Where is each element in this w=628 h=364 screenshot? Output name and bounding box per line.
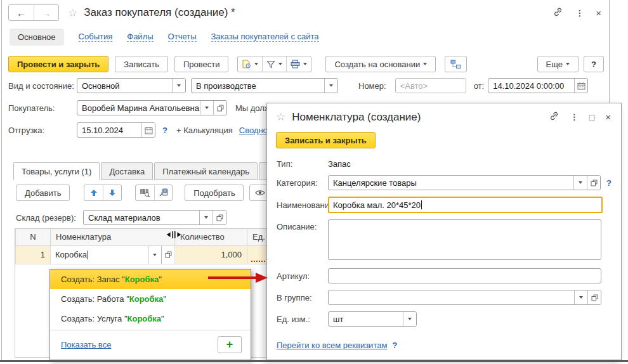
row-number-cell[interactable]: 1 (16, 245, 51, 264)
post-button[interactable]: Провести (174, 56, 229, 72)
show-all-link[interactable]: Показать все (61, 340, 111, 349)
order-state-select[interactable]: В производстве (191, 78, 338, 93)
menu-item-text: " (163, 294, 166, 304)
caret-down-icon (205, 107, 209, 109)
move-down-button[interactable] (103, 185, 121, 200)
calculation-toggle[interactable]: + Калькуляция (176, 126, 233, 135)
caret-down-icon (254, 63, 258, 65)
svodno-link-fragment[interactable]: Сводно (239, 126, 268, 135)
popup-title: Номенклатура (создание) (292, 111, 421, 124)
filter-button[interactable] (262, 56, 286, 72)
save-and-close-button[interactable]: Записать и закрыть (276, 132, 376, 148)
tab-otchety[interactable]: Отчеты (168, 32, 197, 42)
funnel-icon (266, 60, 275, 68)
name-input[interactable]: Коробка мал. 20*45*20 (328, 197, 603, 213)
col-header-n[interactable]: N (16, 229, 51, 245)
move-up-button[interactable] (84, 185, 103, 200)
type-row: Тип: Запас (277, 159, 612, 169)
group-select[interactable] (328, 290, 601, 305)
shipment-date-field[interactable]: 15.10.2024 (77, 122, 155, 138)
page-tabs: Товары, услуги (1) Доставка Платежный ка… (13, 162, 301, 180)
group-value (329, 290, 574, 304)
open-group-button[interactable] (587, 290, 601, 304)
more-menu-kebab-icon[interactable]: ⋮ (570, 112, 579, 122)
save-button[interactable]: Записать (115, 56, 168, 72)
favorite-star-icon[interactable]: ☆ (276, 110, 285, 124)
number-input[interactable] (395, 78, 466, 93)
col-header-nomenklatura[interactable]: Номенклатура (51, 229, 175, 245)
category-help-icon[interactable]: ? (606, 178, 612, 188)
menu-item-name: Коробка (129, 294, 164, 304)
open-warehouse-button[interactable] (213, 211, 226, 224)
tab-platezhny-kalendar[interactable]: Платежный календарь (154, 162, 258, 180)
forward-arrow-icon[interactable]: → (34, 5, 58, 20)
quantity-cell[interactable]: 1,000 (175, 245, 247, 264)
column-resize-cursor-icon (166, 229, 182, 242)
tab-zakazy-s-sayta[interactable]: Заказы покупателей с сайта (211, 32, 319, 42)
copy-link-icon[interactable] (553, 7, 563, 19)
caret-down-icon (579, 181, 582, 184)
caret-down-icon (278, 63, 282, 65)
tab-faily[interactable]: Файлы (127, 32, 153, 42)
description-input[interactable] (328, 219, 601, 260)
calendar-button[interactable] (141, 123, 155, 137)
more-menu-kebab-icon[interactable]: ⋮ (575, 8, 584, 18)
close-window-icon[interactable]: × (596, 8, 601, 18)
text-caret (88, 250, 88, 259)
warehouse-select[interactable]: Склад материалов (83, 210, 226, 225)
tab-tovary-uslugi[interactable]: Товары, услуги (1) (13, 162, 100, 180)
unit-select[interactable]: шт (328, 311, 417, 327)
open-customer-button[interactable] (213, 101, 226, 115)
set-time-interval-button[interactable] (238, 56, 262, 72)
create-new-button[interactable]: + (218, 336, 242, 353)
open-icon (216, 214, 223, 221)
calendar-icon (577, 82, 585, 90)
order-kind-select[interactable]: Основной (77, 78, 186, 93)
print-button[interactable] (286, 56, 311, 72)
article-input[interactable] (328, 268, 601, 283)
calendar-button[interactable] (574, 79, 587, 93)
category-select[interactable]: Канцелярские товары (328, 175, 601, 190)
menu-item-text: " (161, 314, 164, 323)
menu-item-create-rabota[interactable]: Создать: Работа "Коробка" (50, 289, 251, 309)
caret-down-icon (329, 84, 333, 87)
nomenclature-cell: Коробка (51, 245, 175, 264)
open-category-button[interactable] (587, 176, 600, 190)
scanner-device-button[interactable] (154, 185, 172, 200)
shipment-help-icon[interactable]: ? (162, 126, 167, 135)
add-row-button[interactable]: Добавить (16, 185, 70, 201)
kind-state-row: Вид и состояние: Основной В производстве… (8, 77, 588, 94)
all-attributes-help-icon[interactable]: ? (392, 341, 397, 350)
favorite-star-icon[interactable]: ☆ (68, 6, 77, 20)
name-value: Коробка мал. 20*45*20 (333, 200, 421, 210)
tab-sobytiya[interactable]: События (79, 32, 113, 42)
caret-down-icon (153, 254, 157, 256)
main-window-header: ← → ☆ Заказ покупателя (создание) * ⋮ × (8, 4, 601, 22)
barcode-search-button[interactable] (136, 185, 154, 200)
col-header-kolichestvo[interactable]: Количество (175, 229, 247, 245)
tab-dostavka[interactable]: Доставка (101, 162, 153, 180)
maximize-window-icon[interactable]: □ (589, 112, 594, 122)
create-based-on-label: Создать на основании (334, 60, 420, 69)
customer-select[interactable]: Воробей Марина Анатольевна (77, 100, 227, 115)
nav-history-group: ← → (8, 4, 59, 21)
category-label: Категория: (277, 178, 328, 188)
nomenclature-editor[interactable]: Коробка (51, 246, 174, 264)
open-nomenclature-button[interactable] (161, 246, 174, 264)
related-documents-button[interactable] (445, 56, 467, 72)
copy-link-icon[interactable] (549, 111, 559, 123)
close-window-icon[interactable]: × (605, 112, 611, 122)
doc-date-field[interactable]: 14.10.2024 0:00:00 (488, 78, 588, 93)
text-caret (421, 200, 422, 209)
doc-date-value: 14.10.2024 0:00:00 (488, 79, 574, 93)
menu-item-create-usluga[interactable]: Создать: Услуга "Коробка" (50, 309, 251, 328)
help-button[interactable]: ? (584, 56, 604, 72)
all-attributes-link[interactable]: Перейти ко всем реквизитам (277, 341, 387, 350)
create-based-on-button[interactable]: Создать на основании (325, 56, 436, 72)
tab-osnovnoe[interactable]: Основное (10, 29, 64, 46)
post-and-close-button[interactable]: Провести и закрыть (8, 56, 108, 72)
pick-items-button[interactable]: Подобрать (185, 185, 244, 201)
back-arrow-icon[interactable]: ← (9, 5, 34, 20)
more-button[interactable]: Еще (537, 56, 579, 72)
barcode-group (135, 185, 173, 201)
